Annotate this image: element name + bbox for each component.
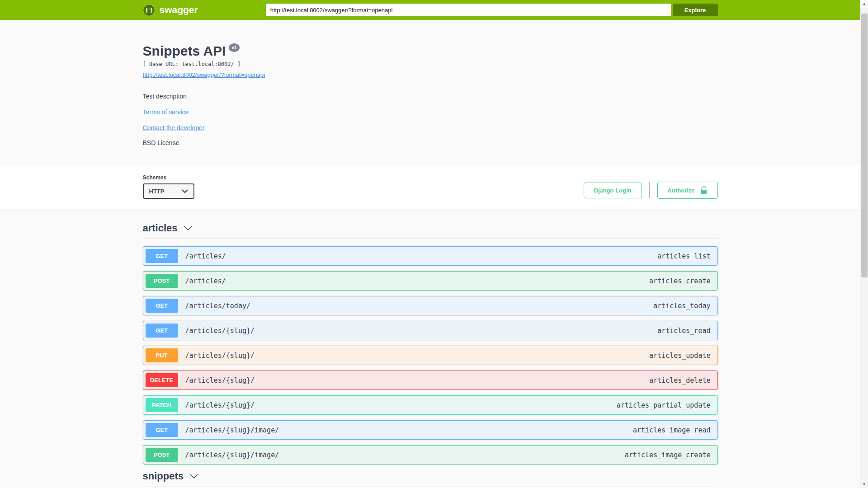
method-badge: GET: [146, 249, 178, 263]
chevron-down-icon[interactable]: [184, 226, 192, 231]
section-header-articles[interactable]: articles: [143, 222, 718, 239]
opblock-articles_read[interactable]: GET/articles/{slug}/articles_read: [143, 321, 718, 340]
method-badge: POST: [146, 448, 178, 462]
method-badge: GET: [146, 423, 178, 437]
operation-path: /articles/{slug}/: [185, 352, 255, 360]
opblock-articles_today[interactable]: GET/articles/today/articles_today: [143, 296, 718, 315]
version-badge: v1: [229, 43, 239, 52]
swagger-ui-page: {···} swagger Explore Snippets APIv1 [ B…: [0, 0, 860, 488]
auth-divider: [649, 182, 650, 198]
method-badge: PATCH: [146, 398, 178, 412]
api-title-row: Snippets APIv1: [143, 43, 718, 59]
unlock-icon: [700, 186, 708, 194]
topbar: {···} swagger Explore: [0, 0, 860, 20]
page-title: Snippets API: [143, 43, 226, 58]
operation-path: /articles/{slug}/image/: [185, 426, 279, 434]
scrollbar-up-arrow[interactable]: ▲: [860, 0, 868, 8]
authorize-button[interactable]: Authorize: [657, 182, 718, 199]
chevron-down-icon[interactable]: [190, 474, 198, 479]
scrollbar-down-arrow[interactable]: ▼: [860, 480, 868, 488]
api-description: Test description: [143, 93, 718, 100]
swagger-logo-icon: {···}: [143, 4, 155, 16]
operation-id: articles_delete: [649, 376, 710, 385]
opblock-articles_list[interactable]: GET/articles/articles_list: [143, 246, 718, 266]
swagger-logo[interactable]: {···} swagger: [143, 4, 198, 16]
information-container: Snippets APIv1 [ Base URL: test.local:80…: [0, 20, 860, 165]
contact-developer-link[interactable]: Contact the developer: [143, 124, 205, 131]
method-badge: GET: [146, 324, 178, 338]
auth-wrapper: Django Login Authorize: [584, 182, 718, 199]
license-text: BSD License: [143, 139, 718, 146]
schemes-selected-value: HTTP: [149, 188, 165, 195]
operation-path: /articles/{slug}/image/: [185, 451, 279, 459]
opblock-articles_update[interactable]: PUT/articles/{slug}/articles_update: [143, 346, 718, 365]
operation-id: articles_create: [649, 277, 710, 285]
vertical-scrollbar[interactable]: ▲ ▼: [860, 0, 868, 488]
base-url: [ Base URL: test.local:8002/ ]: [143, 61, 718, 67]
scrollbar-thumb[interactable]: [861, 14, 868, 277]
operation-path: /articles/today/: [185, 302, 251, 310]
operation-id: articles_partial_update: [617, 401, 711, 409]
swagger-logo-text: swagger: [160, 5, 198, 15]
opblock-tag-section-articles: articlesGET/articles/articles_listPOST/a…: [143, 222, 718, 465]
operation-id: articles_update: [649, 352, 710, 360]
spec-link[interactable]: http://test.local:8002/swagger/?format=o…: [143, 71, 265, 78]
method-badge: PUT: [146, 348, 178, 362]
section-header-snippets[interactable]: snippets: [143, 470, 718, 487]
explore-button[interactable]: Explore: [673, 4, 718, 16]
method-badge: DELETE: [146, 373, 178, 387]
scheme-container: Schemes HTTP Django Login Authorize: [0, 165, 860, 210]
operation-id: articles_image_create: [625, 451, 711, 459]
chevron-down-icon: [182, 188, 188, 195]
operation-id: articles_image_read: [633, 426, 711, 434]
operation-path: /articles/: [185, 277, 226, 285]
section-title: articles: [143, 222, 178, 234]
operation-path: /articles/{slug}/: [185, 327, 255, 335]
schemes-block: Schemes HTTP: [143, 174, 194, 199]
django-login-button[interactable]: Django Login: [584, 183, 642, 198]
operation-id: articles_today: [653, 302, 710, 310]
operation-path: /articles/: [185, 252, 226, 260]
opblock-tag-section-snippets: snippetsGET/snippets/snippets_list: [143, 470, 718, 488]
opblock-articles_delete[interactable]: DELETE/articles/{slug}/articles_delete: [143, 371, 718, 390]
method-badge: GET: [146, 299, 178, 313]
operations-sections: articlesGET/articles/articles_listPOST/a…: [143, 210, 718, 488]
opblock-articles_partial_update[interactable]: PATCH/articles/{slug}/articles_partial_u…: [143, 395, 718, 415]
terms-of-service-link[interactable]: Terms of service: [143, 108, 189, 116]
schemes-label: Schemes: [143, 174, 194, 181]
operation-id: articles_read: [657, 327, 710, 335]
spec-url-input[interactable]: [266, 4, 671, 16]
section-title: snippets: [143, 470, 184, 482]
download-url-wrapper: Explore: [266, 4, 718, 16]
schemes-select[interactable]: HTTP: [143, 183, 194, 199]
opblock-articles_create[interactable]: POST/articles/articles_create: [143, 271, 718, 291]
operation-path: /articles/{slug}/: [185, 376, 255, 385]
operation-id: articles_list: [657, 252, 710, 260]
opblock-articles_image_create[interactable]: POST/articles/{slug}/image/articles_imag…: [143, 445, 718, 465]
opblock-articles_image_read[interactable]: GET/articles/{slug}/image/articles_image…: [143, 420, 718, 440]
method-badge: POST: [146, 274, 178, 288]
operation-path: /articles/{slug}/: [185, 401, 255, 409]
